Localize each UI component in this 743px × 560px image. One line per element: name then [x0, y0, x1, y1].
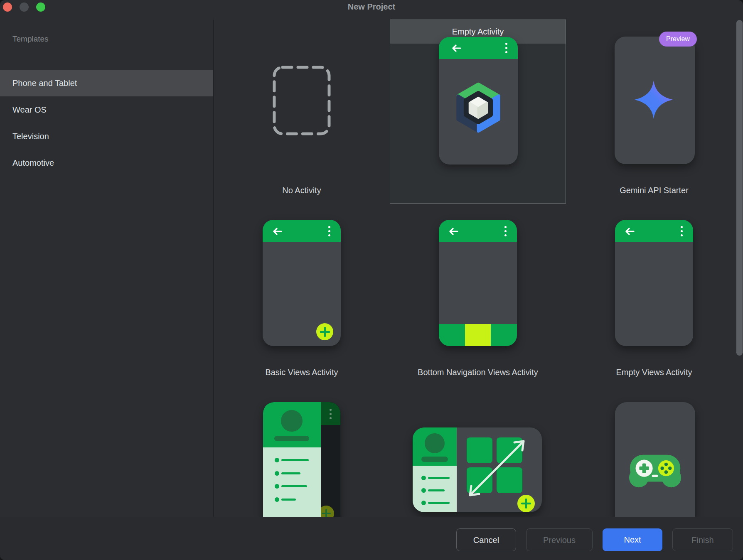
template-card-responsive-views-activity[interactable] — [413, 427, 542, 512]
dialog-footer: Cancel Previous Next Finish — [0, 517, 743, 560]
avatar — [281, 410, 303, 432]
drawer-name-bar — [274, 436, 309, 441]
drawer-list — [263, 447, 321, 517]
new-project-dialog: New Project Templates Phone and Tablet W… — [0, 0, 743, 560]
cancel-button[interactable]: Cancel — [456, 528, 516, 551]
gamepad-icon — [627, 451, 684, 491]
sidebar-item-automotive[interactable]: Automotive — [0, 150, 213, 176]
kebab-menu-icon — [330, 409, 332, 421]
template-card-game-activity[interactable] — [615, 402, 695, 517]
drawer-header — [263, 402, 321, 447]
sidebar-item-television[interactable]: Television — [0, 123, 213, 150]
sidebar-item-wear-os[interactable]: Wear OS — [0, 96, 213, 123]
next-button[interactable]: Next — [603, 528, 662, 551]
vertical-scrollbar-thumb[interactable] — [736, 20, 743, 356]
templates-sidebar: Templates Phone and Tablet Wear OS Telev… — [0, 20, 213, 517]
finish-button[interactable]: Finish — [672, 528, 733, 551]
sidebar-item-phone-and-tablet[interactable]: Phone and Tablet — [0, 70, 213, 96]
dimmed-app-bar — [321, 402, 340, 425]
template-grid-overflow — [213, 20, 738, 517]
previous-button[interactable]: Previous — [526, 528, 593, 551]
sidebar-header: Templates — [12, 34, 49, 44]
navigation-drawer — [263, 402, 321, 517]
dialog-title: New Project — [0, 2, 743, 12]
fab-plus-icon — [517, 495, 535, 512]
template-card-navigation-drawer-activity[interactable] — [263, 402, 340, 517]
